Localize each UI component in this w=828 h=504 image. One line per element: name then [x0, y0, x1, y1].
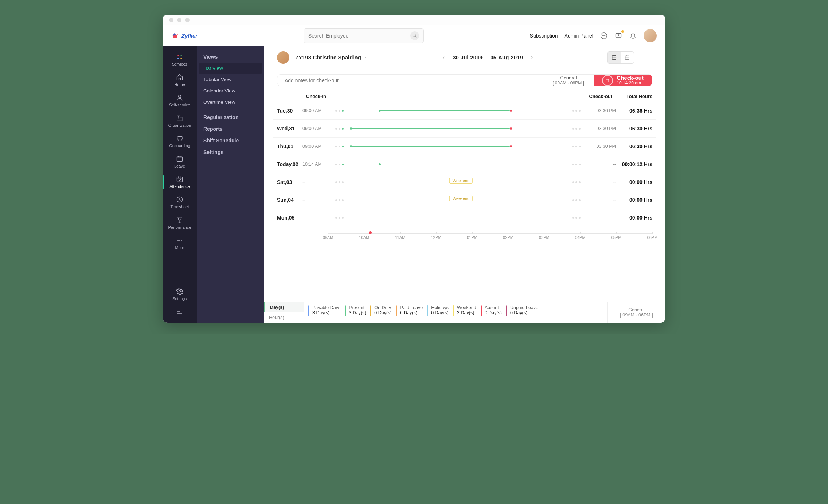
- axis-label: 05PM: [611, 235, 622, 240]
- axis-label: 02PM: [503, 235, 513, 240]
- axis-label: 12PM: [431, 235, 441, 240]
- row-dots-right: [572, 199, 587, 201]
- rail-performance[interactable]: Performance: [163, 213, 197, 233]
- svg-point-7: [179, 95, 181, 98]
- brand-logo[interactable]: Zylker: [171, 32, 198, 40]
- table-row[interactable]: Sat,03 -- Weekend -- 00:00 Hrs: [273, 173, 656, 191]
- chevron-down-icon: [364, 55, 368, 60]
- date-prev[interactable]: ‹: [440, 52, 448, 63]
- date-range[interactable]: 30-Jul-2019 - 05-Aug-2019: [453, 54, 523, 60]
- rail-services[interactable]: Services: [163, 50, 197, 70]
- notifications-icon[interactable]: [629, 32, 637, 40]
- svg-rect-11: [177, 177, 183, 182]
- subnav-settings[interactable]: Settings: [197, 146, 264, 158]
- row-dots-right: [572, 128, 587, 130]
- checkout-notes-input[interactable]: [285, 78, 535, 83]
- row-hours: 00:00 Hrs: [616, 179, 652, 185]
- row-hours: 06:36 Hrs: [616, 108, 652, 114]
- more-actions[interactable]: ⋯: [640, 54, 652, 62]
- stopwatch-icon: [602, 75, 613, 86]
- date-next[interactable]: ›: [528, 52, 536, 63]
- subnav-tabular-view[interactable]: Tabular View: [197, 74, 264, 85]
- svg-point-6: [181, 58, 182, 59]
- col-checkin: Check-in: [306, 94, 343, 99]
- employee-avatar[interactable]: [277, 51, 289, 64]
- rail-leave[interactable]: Leave: [163, 151, 197, 172]
- shift-info: General [ 09AM - 06PM ]: [543, 75, 594, 86]
- rail-onboarding[interactable]: Onboarding: [163, 131, 197, 151]
- traffic-zoom[interactable]: [185, 18, 190, 22]
- subnav-calendar-view[interactable]: Calendar View: [197, 85, 264, 97]
- help-icon[interactable]: [614, 32, 622, 40]
- row-day: Thu,01: [277, 143, 302, 149]
- rail-home[interactable]: Home: [163, 70, 197, 90]
- rail-organization[interactable]: Organization: [163, 111, 197, 131]
- subnav-list-view[interactable]: List View: [199, 63, 262, 74]
- subnav-reports[interactable]: Reports: [197, 123, 264, 135]
- footer-tab-days[interactable]: Day(s): [264, 302, 304, 312]
- table-row[interactable]: Thu,01 09:00 AM 03:30 PM 06:30 Hrs: [273, 138, 656, 155]
- add-icon[interactable]: [600, 32, 608, 40]
- legend-item: Weekend2 Day(s): [453, 305, 476, 320]
- checkout-notes[interactable]: [277, 75, 543, 86]
- axis-label: 11AM: [395, 235, 405, 240]
- table-row[interactable]: Tue,30 09:00 AM 03:36 PM 06:36 Hrs: [273, 102, 656, 120]
- row-dots-right: [572, 146, 587, 147]
- search-input[interactable]: [308, 33, 407, 39]
- row-checkout: 03:36 PM: [587, 108, 616, 113]
- row-hours: 00:00:12 Hrs: [616, 161, 652, 167]
- row-checkin: --: [302, 215, 335, 220]
- rail-timesheet[interactable]: Timesheet: [163, 192, 197, 213]
- legend-item: Absent0 Day(s): [481, 305, 502, 320]
- row-hours: 00:00 Hrs: [616, 215, 652, 221]
- user-avatar[interactable]: [644, 29, 657, 42]
- svg-point-0: [413, 34, 416, 37]
- row-hours: 06:30 Hrs: [616, 126, 652, 131]
- subnav-regularization[interactable]: Regularization: [197, 111, 264, 123]
- row-day: Today,02: [277, 161, 302, 167]
- table-row[interactable]: Today,02 10:14 AM -- 00:00:12 Hrs: [273, 155, 656, 173]
- rail-collapse[interactable]: [163, 304, 197, 319]
- legend-item: Present3 Day(s): [345, 305, 366, 320]
- search-input-wrapper[interactable]: [304, 28, 424, 43]
- legend-item: Unpaid Leave0 Day(s): [506, 305, 538, 320]
- table-row[interactable]: Wed,31 09:00 AM 03:30 PM 06:30 Hrs: [273, 120, 656, 138]
- checkout-button[interactable]: Check-out 10:14:20 am: [594, 75, 652, 86]
- subnav-overtime-view[interactable]: Overtime View: [197, 97, 264, 108]
- subscription-link[interactable]: Subscription: [530, 33, 558, 39]
- rail-self-service[interactable]: Self-service: [163, 90, 197, 111]
- rail-more[interactable]: More: [163, 233, 197, 253]
- svg-rect-8: [177, 115, 180, 121]
- search-icon[interactable]: [410, 31, 419, 40]
- table-row[interactable]: Mon,05 -- -- 00:00 Hrs: [273, 209, 656, 227]
- traffic-close[interactable]: [169, 18, 173, 22]
- subnav-views-title: Views: [197, 51, 264, 63]
- axis-label: 09AM: [323, 235, 333, 240]
- legend-item: Holidays0 Day(s): [427, 305, 449, 320]
- row-dots-right: [572, 217, 587, 219]
- row-checkin: 09:00 AM: [302, 108, 335, 113]
- svg-rect-9: [180, 117, 182, 121]
- svg-point-13: [177, 240, 179, 241]
- traffic-minimize[interactable]: [177, 18, 181, 22]
- svg-rect-17: [612, 55, 616, 59]
- axis-label: 04PM: [575, 235, 586, 240]
- rail-settings[interactable]: Settings: [163, 284, 197, 304]
- admin-panel-link[interactable]: Admin Panel: [565, 33, 593, 39]
- row-day: Sun,04: [277, 197, 302, 203]
- row-hours: 00:00 Hrs: [616, 197, 652, 203]
- view-list-icon[interactable]: [608, 52, 621, 63]
- employee-selector[interactable]: ZY198 Christine Spalding: [295, 54, 368, 60]
- rail-attendance[interactable]: Attendance: [163, 172, 197, 192]
- view-calendar-icon[interactable]: [621, 52, 634, 63]
- row-dots-left: [335, 164, 350, 165]
- row-checkout: --: [587, 215, 616, 220]
- row-dots-right: [572, 181, 587, 183]
- footer-tab-hours[interactable]: Hour(s): [264, 312, 304, 323]
- subnav-shift-schedule[interactable]: Shift Schedule: [197, 135, 264, 146]
- row-day: Wed,31: [277, 126, 302, 131]
- row-dots-right: [572, 164, 587, 165]
- row-dots-left: [335, 146, 350, 147]
- row-checkout: 03:30 PM: [587, 144, 616, 149]
- table-row[interactable]: Sun,04 -- Weekend -- 00:00 Hrs: [273, 191, 656, 209]
